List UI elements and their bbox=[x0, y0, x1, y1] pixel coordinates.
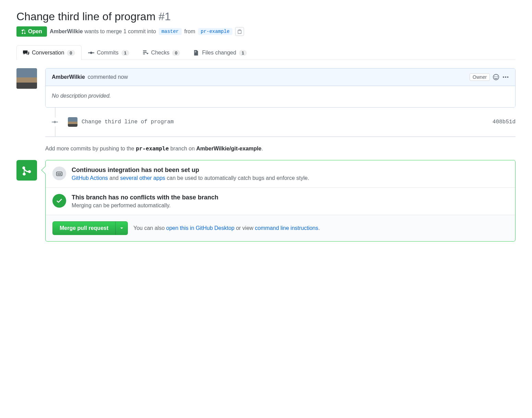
open-state-text: Open bbox=[28, 28, 42, 35]
ci-section: Continuous integration has not been set … bbox=[46, 160, 515, 188]
caret-down-icon bbox=[120, 226, 123, 230]
tabnav: Conversation 0 Commits 1 Checks 0 Files … bbox=[16, 45, 516, 60]
tab-files-count: 1 bbox=[239, 50, 247, 56]
commit-author-avatar[interactable] bbox=[68, 117, 77, 127]
svg-point-4 bbox=[505, 76, 506, 78]
ci-status-icon bbox=[52, 167, 66, 180]
comment-header: AmberWilkie commented now Owner bbox=[46, 69, 515, 86]
tab-conversation[interactable]: Conversation 0 bbox=[16, 45, 82, 60]
pr-meta-row: Open AmberWilkie wants to merge 1 commit… bbox=[16, 26, 516, 37]
conflict-section: This branch has no conflicts with the ba… bbox=[46, 188, 515, 215]
file-diff-icon bbox=[193, 50, 199, 56]
commit-message-link[interactable]: Change third line of program bbox=[82, 119, 174, 125]
svg-rect-6 bbox=[57, 172, 62, 176]
git-pull-request-icon bbox=[21, 29, 27, 34]
tab-commits[interactable]: Commits 1 bbox=[82, 45, 136, 60]
svg-point-3 bbox=[503, 76, 504, 78]
tab-conversation-label: Conversation bbox=[32, 50, 64, 56]
base-branch-chip[interactable]: master bbox=[159, 28, 181, 35]
svg-point-0 bbox=[493, 74, 499, 80]
push-hint-repo: AmberWilkie/git-example bbox=[196, 146, 262, 151]
merge-hint-mid: or view bbox=[234, 225, 255, 231]
github-actions-link[interactable]: GitHub Actions bbox=[72, 175, 108, 181]
git-commit-icon bbox=[88, 50, 94, 56]
smiley-icon bbox=[493, 74, 499, 81]
merge-row: Continuous integration has not been set … bbox=[16, 160, 516, 242]
push-hint: Add more commits by pushing to the pr-ex… bbox=[45, 137, 516, 160]
merge-pull-request-button[interactable]: Merge pull request bbox=[52, 221, 116, 235]
add-reaction-button[interactable] bbox=[493, 74, 499, 81]
command-line-link[interactable]: command line instructions bbox=[255, 225, 318, 231]
comment-when: commented now bbox=[88, 74, 128, 80]
thread-line: Change third line of program 408b51d bbox=[55, 108, 516, 136]
opening-comment: AmberWilkie commented now Owner No descr… bbox=[45, 68, 516, 108]
push-hint-branch: pr-example bbox=[136, 145, 169, 152]
copy-branch-button[interactable] bbox=[235, 27, 244, 36]
checklist-icon bbox=[142, 50, 148, 56]
push-hint-suffix: . bbox=[262, 146, 263, 151]
tab-conversation-count: 0 bbox=[67, 50, 75, 56]
pr-meta-text: AmberWilkie wants to merge 1 commit into bbox=[50, 28, 156, 35]
tab-commits-label: Commits bbox=[97, 50, 119, 56]
tab-files-label: Files changed bbox=[202, 50, 236, 56]
pr-title-text: Change third line of program bbox=[16, 10, 156, 23]
comment-menu-button[interactable] bbox=[502, 74, 509, 81]
tab-files[interactable]: Files changed 1 bbox=[186, 45, 253, 60]
merge-text-2: from bbox=[184, 28, 195, 35]
tab-checks-label: Checks bbox=[151, 50, 169, 56]
pr-header: Change third line of program #1 bbox=[16, 10, 516, 23]
pr-title: Change third line of program #1 bbox=[16, 10, 516, 23]
merge-panel: Continuous integration has not been set … bbox=[45, 160, 516, 242]
commit-sha-link[interactable]: 408b51d bbox=[493, 119, 516, 125]
merge-hint-prefix: You can also bbox=[133, 225, 166, 231]
timeline: AmberWilkie commented now Owner No descr… bbox=[16, 68, 516, 242]
ci-text1: and bbox=[108, 175, 120, 181]
author-avatar[interactable] bbox=[16, 68, 37, 89]
comment-body: No description provided. bbox=[46, 86, 515, 107]
ci-text2: can be used to automatically catch bugs … bbox=[165, 175, 309, 181]
clipboard-icon bbox=[237, 29, 242, 34]
conflict-subtitle: Merging can be performed automatically. bbox=[72, 202, 218, 209]
open-state-badge: Open bbox=[16, 26, 47, 37]
svg-rect-7 bbox=[58, 173, 61, 174]
push-hint-middle: branch on bbox=[169, 146, 196, 151]
check-icon bbox=[56, 197, 63, 204]
merge-options-dropdown[interactable] bbox=[116, 221, 128, 235]
ci-title: Continuous integration has not been set … bbox=[72, 167, 309, 174]
svg-point-2 bbox=[497, 76, 498, 77]
tab-checks-count: 0 bbox=[172, 50, 180, 56]
merge-hint: You can also open this in GitHub Desktop… bbox=[133, 225, 320, 231]
head-branch-chip[interactable]: pr-example bbox=[198, 28, 232, 35]
comment-author-link[interactable]: AmberWilkie bbox=[52, 74, 85, 80]
open-in-desktop-link[interactable]: open this in GitHub Desktop bbox=[166, 225, 234, 231]
merge-text-1: wants to merge 1 commit into bbox=[84, 28, 156, 34]
author-link[interactable]: AmberWilkie bbox=[50, 28, 83, 34]
pr-number: #1 bbox=[158, 10, 171, 23]
git-commit-icon bbox=[52, 119, 58, 125]
merge-status-badge bbox=[16, 160, 37, 181]
hubot-icon bbox=[56, 170, 63, 177]
commit-row: Change third line of program 408b51d bbox=[56, 117, 516, 127]
conflict-title: This branch has no conflicts with the ba… bbox=[72, 194, 218, 201]
no-conflict-icon bbox=[52, 194, 66, 208]
merge-action-section: Merge pull request You can also open thi… bbox=[46, 215, 515, 241]
ci-description: GitHub Actions and several other apps ca… bbox=[72, 175, 309, 181]
git-merge-icon bbox=[21, 164, 33, 176]
owner-badge: Owner bbox=[470, 73, 490, 81]
comment-discussion-icon bbox=[23, 50, 29, 56]
svg-point-1 bbox=[495, 76, 496, 77]
tab-checks[interactable]: Checks 0 bbox=[136, 45, 187, 60]
svg-point-5 bbox=[507, 76, 508, 78]
kebab-icon bbox=[502, 74, 509, 81]
tab-commits-count: 1 bbox=[121, 50, 129, 56]
other-apps-link[interactable]: several other apps bbox=[120, 175, 165, 181]
merge-hint-suffix: . bbox=[318, 225, 320, 231]
push-hint-prefix: Add more commits by pushing to the bbox=[45, 146, 136, 151]
